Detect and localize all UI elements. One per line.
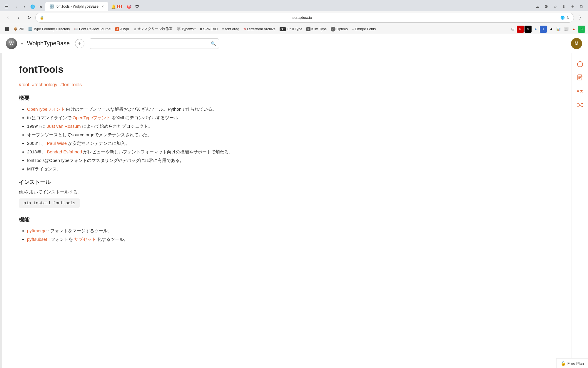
notification-tab[interactable]: 🔔 13: [109, 2, 125, 11]
tab-icon-3[interactable]: 🎯: [125, 3, 133, 10]
link-opentype-2[interactable]: OpenTypeフォント: [73, 115, 111, 120]
app-chevron[interactable]: ▼: [20, 41, 24, 46]
tags-container: #tool #technology #fontTools: [19, 82, 555, 87]
bookmark-grilli[interactable]: GT Grilli Type: [278, 26, 304, 32]
active-tab-close[interactable]: ✕: [101, 5, 104, 9]
bm-m[interactable]: M: [524, 26, 532, 33]
active-tab[interactable]: 🔡 fontTools - WolphTypeBase ✕: [45, 2, 108, 11]
translate-icon[interactable]: 🌐: [560, 16, 565, 20]
spread-icon: ◼: [200, 27, 202, 31]
bm-doc[interactable]: 📰: [563, 26, 570, 33]
link-behdad[interactable]: Behdad Esfahbod: [47, 149, 82, 154]
bookmark-emigre[interactable]: ⬦ Emigre Fonts: [350, 26, 378, 32]
tab-bar: ☰ ‹ › 🌐 ◈ 🔡 fontTools - WolphTypeBase ✕ …: [0, 0, 588, 11]
document-icon-btn[interactable]: [575, 72, 585, 83]
emigre-icon: ⬦: [352, 27, 354, 31]
list-item: fontToolsはOpenTypeフォントのマスタリングやデバッグに非常に有用…: [27, 156, 555, 164]
search-icon: 🔍: [211, 41, 216, 46]
tab-edge-icon[interactable]: 🌐: [29, 3, 36, 10]
code-block: pip install fonttools: [19, 198, 80, 208]
tag-tool[interactable]: #tool: [19, 82, 29, 87]
svg-text:A: A: [577, 89, 579, 93]
bookmark-spread[interactable]: ◼ SPREAD: [198, 26, 220, 32]
bookmark-atypi[interactable]: A ATypI: [113, 26, 131, 32]
cloud-icon-btn[interactable]: ☁: [533, 2, 542, 11]
tab-icon-4[interactable]: 🛡: [133, 3, 141, 10]
forward-btn[interactable]: ›: [14, 13, 23, 22]
bookmark-apps-icon[interactable]: ⬛: [3, 26, 11, 32]
settings-icon-btn[interactable]: ⚙: [542, 2, 550, 11]
reload-btn[interactable]: ↻: [25, 13, 34, 22]
list-item: ttxはコマンドラインで OpenTypeフォント をXMLにデコンパイルするツ…: [27, 114, 555, 122]
app-container: W ▼ WolphTypeBase + 🔍 M fontTools #tool …: [0, 34, 588, 368]
search-input[interactable]: [93, 41, 209, 46]
link-pyftsubset[interactable]: pyftsubset: [27, 237, 47, 242]
new-tab-btn[interactable]: +: [569, 2, 577, 11]
bookmark-font-drag[interactable]: ✏ font drag: [220, 26, 241, 32]
link-paul-wise[interactable]: Paul Wise: [47, 141, 67, 146]
bookmark-font-review[interactable]: 📖 Font Review Journal: [72, 26, 113, 32]
bm-s[interactable]: S: [578, 26, 585, 33]
tab-back-btn[interactable]: ‹: [12, 3, 20, 10]
typewolf-icon: 🐺: [177, 27, 181, 31]
back-btn[interactable]: ‹: [4, 13, 12, 22]
features-title: 機能: [19, 216, 555, 223]
bookmark-type-foundry[interactable]: 🔤 Type Foundry Directory: [26, 26, 72, 32]
list-item: 2013年、 Behdad Esfahbod がレビューや新しいフォントフォーマ…: [27, 148, 555, 156]
letterform-icon: ❋: [243, 27, 246, 31]
link-subset[interactable]: サブセット: [74, 237, 96, 242]
link-just-van-rossum[interactable]: Just van Rossum: [47, 124, 81, 129]
bm-arrow[interactable]: ◄: [547, 26, 554, 33]
user-avatar[interactable]: M: [571, 38, 582, 49]
tag-fonttools[interactable]: #fontTools: [60, 82, 82, 87]
translate-icon-btn[interactable]: A 文: [575, 86, 585, 97]
klim-icon: K: [306, 27, 310, 31]
main-layout: fontTools #tool #technology #fontTools 概…: [0, 53, 588, 368]
font-review-icon: 📖: [74, 27, 78, 31]
refresh-address-icon[interactable]: ↻: [567, 16, 569, 20]
bookmark-letterform[interactable]: ❋ Letterform Archive: [241, 26, 278, 32]
tab-forward-btn[interactable]: ›: [21, 3, 28, 10]
address-text: scrapbox.io: [46, 15, 559, 20]
add-button[interactable]: +: [75, 39, 84, 48]
shuffle-icon-btn[interactable]: [575, 100, 585, 110]
pip-icon: 📦: [14, 27, 18, 31]
browser-chrome: ☰ ‹ › 🌐 ◈ 🔡 fontTools - WolphTypeBase ✕ …: [0, 0, 588, 34]
left-accent-bar: [0, 53, 2, 368]
address-bar[interactable]: 🔒 scrapbox.io 🌐 ↻: [35, 13, 574, 23]
atypi-icon: A: [115, 27, 119, 31]
link-pyftmerge[interactable]: pyftmerge: [27, 228, 47, 233]
overview-section: 概要 OpenTypeフォント 向けのオープンソースな解析および改ざんツール。P…: [19, 95, 555, 173]
bookmark-typewolf[interactable]: 🐺 Typewolf: [175, 26, 198, 32]
bookmarks-bar: ⬛ 📦 PIP 🔤 Type Foundry Directory 📖 Font …: [0, 24, 588, 34]
search-bar[interactable]: 🔍: [90, 38, 219, 49]
sidebar-expand-btn[interactable]: ⟩: [576, 13, 584, 22]
install-description: pipを用いてインストールする。: [19, 189, 555, 195]
bookmark-onscreen[interactable]: 🖥 オンスクリーン制作室: [131, 26, 175, 32]
split-view-btn[interactable]: ⧉: [577, 2, 586, 11]
content-area: fontTools #tool #technology #fontTools 概…: [2, 53, 572, 368]
free-plan-badge: 🔒 Free Plan: [556, 358, 588, 368]
list-item: 2008年、 Paul Wise が安定性メンテナンスに加入。: [27, 139, 555, 147]
bookmark-pip[interactable]: 📦 PIP: [11, 26, 26, 32]
tab-ms-icon[interactable]: ◈: [37, 3, 45, 10]
bm-blue[interactable]: ●: [532, 26, 539, 33]
sidebar-toggle-btn[interactable]: ☰: [2, 2, 11, 11]
list-item: MITライセンス。: [27, 165, 555, 173]
bm-p[interactable]: P: [517, 26, 524, 33]
install-title: インストール: [19, 179, 555, 186]
link-opentype-1[interactable]: OpenTypeフォント: [27, 107, 65, 112]
document-icon: [577, 74, 583, 81]
tag-technology[interactable]: #technology: [32, 82, 57, 87]
info-icon-btn[interactable]: i: [575, 59, 585, 69]
bm-apps[interactable]: ⊞: [509, 26, 516, 33]
bm-triangle[interactable]: ▲: [570, 26, 577, 33]
favorites-icon-btn[interactable]: ☆: [551, 2, 559, 11]
bookmark-optimo[interactable]: ○ Optimo: [329, 26, 350, 32]
bm-t[interactable]: T: [540, 26, 547, 33]
bm-chart[interactable]: 📊: [555, 26, 562, 33]
bookmark-klim[interactable]: K Klim Type: [304, 26, 329, 32]
font-drag-icon: ✏: [222, 27, 224, 31]
download-icon-btn[interactable]: ⬇: [560, 2, 568, 11]
optimo-icon: ○: [331, 27, 335, 32]
